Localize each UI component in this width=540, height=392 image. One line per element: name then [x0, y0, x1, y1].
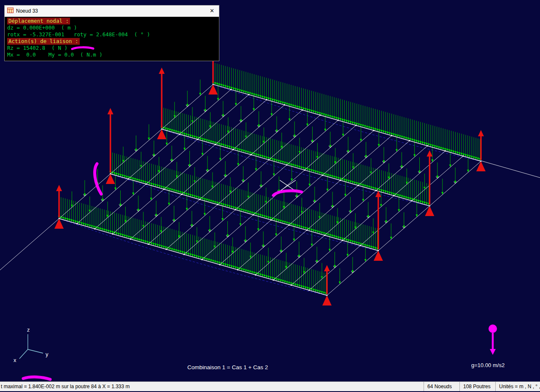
- popup-body: Déplacement nodal : dz = 0.000E+000 ( m …: [5, 17, 219, 58]
- annotation-scribbles: [23, 164, 302, 379]
- combination-label: Combinaison 1 = Cas 1 + Cas 2: [187, 364, 268, 370]
- axis-z-label: z: [27, 327, 30, 333]
- node-info-window[interactable]: Noeud 33 ✕ Déplacement nodal : dz = 0.00…: [4, 5, 219, 61]
- axis-y-label: y: [46, 351, 49, 357]
- support-reaction-arrow: [54, 185, 64, 229]
- section-label-displacement: Déplacement nodal :: [7, 18, 70, 24]
- coordinate-triad: [19, 334, 43, 359]
- app-icon: [7, 7, 14, 15]
- gravity-indicator: [489, 324, 497, 355]
- axis-x-label: x: [14, 357, 16, 363]
- beam-tick-layer: [83, 105, 456, 273]
- grid-layer: [59, 84, 481, 295]
- support-reaction-arrow: [322, 265, 332, 305]
- load-arrows-layer: [58, 62, 481, 295]
- popup-title: Noeud 33: [16, 8, 208, 14]
- support-reaction-arrow: [476, 130, 486, 171]
- global-axis-lines: [0, 161, 540, 270]
- value-moments: Mx = 0.0 My = 0.0 ( N.m ): [7, 51, 216, 58]
- application-window: Noeud 33 ✕ Déplacement nodal : dz = 0.00…: [0, 0, 540, 392]
- highlight-scribble: [71, 46, 94, 51]
- close-icon[interactable]: ✕: [208, 5, 216, 16]
- section-label-reactions: Action(s) de liaison :: [7, 38, 80, 45]
- value-dz: dz = 0.000E+000 ( m ): [7, 24, 216, 31]
- node-layer: [59, 84, 482, 296]
- deformed-shape-layer: [59, 84, 481, 295]
- status-beam-count: 108 Poutres: [459, 382, 495, 391]
- value-rotations: rotx = -5.327E-001 roty = 2.648E-004 ( °…: [7, 31, 216, 38]
- value-rz: Rz = 15402.8 ( N ): [7, 45, 68, 51]
- status-bar: t maximal = 1.840E-002 m sur la poutre 8…: [0, 381, 540, 391]
- status-units: Unités = m , N , ° , °C: [495, 382, 540, 391]
- popup-titlebar[interactable]: Noeud 33 ✕: [5, 5, 219, 17]
- status-message: t maximal = 1.840E-002 m sur la poutre 8…: [0, 384, 424, 389]
- status-node-count: 64 Noeuds: [424, 382, 459, 391]
- gravity-label: g=10.00 m/s2: [471, 362, 505, 368]
